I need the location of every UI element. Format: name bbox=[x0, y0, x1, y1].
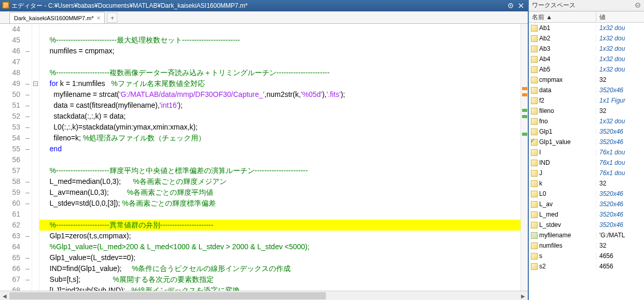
workspace-row[interactable]: Ab11x32 dou bbox=[529, 23, 644, 33]
workspace-row[interactable]: L_med3520x46 bbox=[529, 209, 644, 220]
fold-cell[interactable]: − bbox=[32, 78, 39, 89]
strip-mark-warning[interactable] bbox=[522, 93, 527, 96]
workspace-row[interactable]: Ab51x32 dou bbox=[529, 64, 644, 75]
variable-name-cell[interactable]: myfilename bbox=[529, 232, 596, 239]
tab-close-button[interactable]: × bbox=[97, 15, 100, 22]
workspace-menu-button[interactable] bbox=[635, 2, 641, 9]
variable-name-cell[interactable]: L_stdev bbox=[529, 221, 596, 228]
code-line[interactable]: [I,J]=ind2sub(Sub,IND); %線形インデックスを添字に変換 bbox=[39, 285, 520, 291]
tab-add-button[interactable]: + bbox=[107, 12, 117, 23]
workspace-col-name[interactable]: 名前 ▲ bbox=[529, 11, 596, 22]
variable-name-cell[interactable]: fno bbox=[529, 118, 596, 125]
workspace-row[interactable]: fno1x32 dou bbox=[529, 116, 644, 126]
tab-active[interactable]: Dark_kaisekiASI1600MMP7.m* × bbox=[9, 12, 105, 23]
workspace-row[interactable]: s4656 bbox=[529, 251, 644, 261]
code-line[interactable] bbox=[39, 24, 520, 35]
editor-title-bar: エディター - C:¥Users¥babas¥Documents¥MATLAB¥… bbox=[0, 0, 528, 11]
horizontal-scrollbar[interactable]: ◀ ▶ bbox=[0, 291, 528, 300]
strip-mark-change[interactable] bbox=[522, 115, 527, 118]
strip-mark-change[interactable] bbox=[522, 109, 527, 112]
variable-name-cell[interactable]: Glp1_value bbox=[529, 138, 596, 146]
workspace-row[interactable]: cmpmax32 bbox=[529, 75, 644, 85]
code-line[interactable]: Glp1_value=(L_stdev==0); bbox=[39, 252, 520, 263]
variable-name-cell[interactable]: Ab1 bbox=[529, 24, 596, 32]
variable-icon bbox=[531, 253, 538, 260]
variable-name-cell[interactable]: Ab4 bbox=[529, 55, 596, 63]
code-line[interactable]: for k = 1:numfiles %ファイル名末尾数値全対応 bbox=[39, 78, 520, 89]
code-line[interactable]: L_stdev=std(L0,0,[3]); %各画素ごとの輝度標準偏差 bbox=[39, 198, 520, 209]
code-line[interactable]: stackdata(:,:,k) = data; bbox=[39, 111, 520, 122]
code-line[interactable]: %-------------------------最大処理枚数セット-----… bbox=[39, 35, 520, 46]
workspace-row[interactable]: numfiles32 bbox=[529, 240, 644, 251]
variable-name-cell[interactable]: I bbox=[529, 149, 596, 156]
code-line[interactable]: numfiles = cmpmax; bbox=[39, 46, 520, 56]
variable-name-cell[interactable]: L_med bbox=[529, 211, 596, 218]
code-line[interactable]: %----------------------複数画像データ一斉読み込み＋トリミ… bbox=[39, 67, 520, 78]
code-line[interactable]: IND=find(Glp1_value); %条件に合うピクセルの線形インデック… bbox=[39, 263, 520, 274]
variable-name: Glp1 bbox=[539, 128, 552, 135]
workspace-row[interactable]: Glp1_value3520x46 bbox=[529, 137, 644, 147]
variable-name-cell[interactable]: Ab5 bbox=[529, 66, 596, 73]
variable-name-cell[interactable]: s bbox=[529, 252, 596, 260]
variable-icon bbox=[531, 66, 538, 73]
variable-name-cell[interactable]: Ab3 bbox=[529, 45, 596, 52]
code-line[interactable]: %----------------------異常値群の弁別----------… bbox=[39, 220, 520, 231]
code-line[interactable]: Glp1=zeros(t,s,cmpmax); bbox=[39, 231, 520, 241]
strip-mark-change[interactable] bbox=[522, 133, 527, 136]
workspace-row[interactable]: data3520x46 bbox=[529, 85, 644, 95]
code-line[interactable]: %Glp1_value=(L_med>200 & L_med<1000 & L_… bbox=[39, 241, 520, 252]
workspace-header[interactable]: 名前 ▲ 値 bbox=[529, 11, 644, 23]
variable-name-cell[interactable]: Glp1 bbox=[529, 128, 596, 135]
workspace-row[interactable]: L_stdev3520x46 bbox=[529, 220, 644, 230]
workspace-row[interactable]: f21x1 Figur bbox=[529, 95, 644, 106]
workspace-row[interactable]: k32 bbox=[529, 178, 644, 189]
code-lines[interactable]: %-------------------------最大処理枚数セット-----… bbox=[39, 24, 520, 291]
code-line[interactable] bbox=[39, 209, 520, 220]
variable-name-cell[interactable]: fileno bbox=[529, 107, 596, 115]
code-line[interactable]: data = cast(fitsread(myfilename),'int16'… bbox=[39, 100, 520, 111]
workspace-row[interactable]: L_av3520x46 bbox=[529, 199, 644, 209]
code-overview-strip[interactable] bbox=[520, 24, 528, 291]
window-restore-button[interactable] bbox=[506, 2, 515, 10]
workspace-row[interactable]: J76x1 dou bbox=[529, 168, 644, 178]
variable-name-cell[interactable]: numfiles bbox=[529, 242, 596, 249]
variable-name-cell[interactable]: cmpmax bbox=[529, 76, 596, 83]
workspace-row[interactable]: Ab31x32 dou bbox=[529, 44, 644, 54]
variable-name-cell[interactable]: data bbox=[529, 87, 596, 94]
variable-name-cell[interactable]: f2 bbox=[529, 97, 596, 104]
workspace-row[interactable]: Ab21x32 dou bbox=[529, 33, 644, 44]
code-line[interactable]: Sub=[t,s]; %展開する各次元の要素数指定 bbox=[39, 274, 520, 285]
workspace-col-value[interactable]: 値 bbox=[596, 11, 644, 22]
fold-toggle-icon[interactable]: − bbox=[33, 81, 38, 86]
variable-name-cell[interactable]: IND bbox=[529, 159, 596, 166]
scroll-left-arrow[interactable]: ◀ bbox=[0, 291, 9, 300]
code-line[interactable] bbox=[39, 154, 520, 165]
code-line[interactable]: end bbox=[39, 144, 520, 154]
variable-name-cell[interactable]: L_av bbox=[529, 201, 596, 208]
variable-name-cell[interactable]: Ab2 bbox=[529, 35, 596, 42]
workspace-row[interactable]: IND76x1 dou bbox=[529, 158, 644, 168]
variable-name-cell[interactable]: J bbox=[529, 169, 596, 177]
code-line[interactable]: L_av=mean(L0,3); %各画素ごとの輝度平均値 bbox=[39, 187, 520, 198]
code-line[interactable] bbox=[39, 56, 520, 67]
workspace-row[interactable]: fileno32 bbox=[529, 106, 644, 116]
workspace-row[interactable]: s24656 bbox=[529, 261, 644, 272]
code-line[interactable]: L0(:,:,k)=stackdata(ymin:ymax,xmin:xmax,… bbox=[39, 122, 520, 133]
workspace-row[interactable]: L03520x46 bbox=[529, 189, 644, 199]
workspace-row[interactable]: myfilename'G:/MATL bbox=[529, 230, 644, 240]
code-line[interactable]: fileno=k; %処理済みファイル数（チェック用） bbox=[39, 133, 520, 144]
workspace-row[interactable]: Glp13520x46 bbox=[529, 126, 644, 137]
scroll-right-arrow[interactable]: ▶ bbox=[518, 291, 528, 300]
code-line[interactable]: myfilename = strcat('G:/MATLAB/data/mmp/… bbox=[39, 89, 520, 100]
code-line[interactable]: %----------------------輝度平均と中央値と標準偏差の演算ル… bbox=[39, 165, 520, 176]
code-line[interactable]: L_med=median(L0,3); %各画素ごとの輝度メジアン bbox=[39, 176, 520, 187]
workspace-row[interactable]: Ab41x32 dou bbox=[529, 54, 644, 64]
strip-mark-warning[interactable] bbox=[522, 87, 527, 90]
scroll-thumb[interactable] bbox=[9, 292, 326, 299]
variable-name-cell[interactable]: L0 bbox=[529, 190, 596, 197]
variable-name-cell[interactable]: s2 bbox=[529, 263, 596, 270]
window-close-button[interactable] bbox=[516, 2, 526, 10]
variable-icon bbox=[531, 97, 538, 104]
variable-name-cell[interactable]: k bbox=[529, 180, 596, 187]
workspace-row[interactable]: I76x1 dou bbox=[529, 147, 644, 158]
